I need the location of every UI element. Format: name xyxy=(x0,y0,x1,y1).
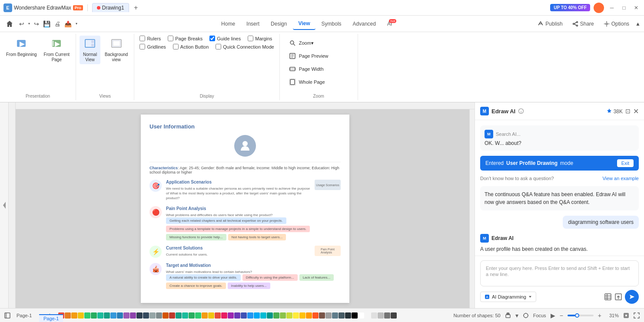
color-swatch[interactable] xyxy=(215,312,221,319)
ribbon-collapse-button[interactable]: ▲ xyxy=(635,21,641,27)
page-preview-button[interactable]: Page Preview xyxy=(285,50,352,62)
color-swatch[interactable] xyxy=(156,312,162,319)
color-swatch[interactable] xyxy=(267,312,273,319)
tab-home[interactable]: Home xyxy=(216,18,240,30)
color-swatch[interactable] xyxy=(195,312,201,319)
redo-button[interactable]: ↪ xyxy=(32,19,41,29)
color-swatch[interactable] xyxy=(260,312,266,319)
color-swatch[interactable] xyxy=(391,312,397,319)
focus-button[interactable] xyxy=(523,312,529,319)
ai-expand-button[interactable]: ⊡ xyxy=(625,108,631,115)
ai-close-button[interactable]: ✕ xyxy=(633,107,639,115)
color-swatch[interactable] xyxy=(123,312,129,319)
left-panel-toggle[interactable] xyxy=(0,102,9,308)
color-swatch[interactable] xyxy=(71,312,77,319)
action-button-input[interactable] xyxy=(173,44,179,49)
color-swatch[interactable] xyxy=(110,312,116,319)
fit-page-button[interactable] xyxy=(623,312,629,319)
ai-mode-select[interactable]: A AI Diagramming xyxy=(480,292,536,302)
publish-button[interactable]: Publish xyxy=(534,19,566,29)
user-avatar[interactable] xyxy=(594,3,604,13)
layers-button[interactable] xyxy=(505,312,511,319)
zoom-slider-handle[interactable] xyxy=(575,313,579,318)
color-swatch[interactable] xyxy=(189,312,195,319)
tab-advanced[interactable]: Advanced xyxy=(348,18,381,30)
color-swatch[interactable] xyxy=(143,312,149,319)
active-page-indicator[interactable]: Page-1 xyxy=(39,314,63,322)
color-swatch[interactable] xyxy=(384,312,390,319)
color-swatch[interactable] xyxy=(299,312,305,319)
color-swatch[interactable] xyxy=(182,312,188,319)
margins-input[interactable] xyxy=(248,36,253,41)
page-breaks-checkbox[interactable]: Page Breaks xyxy=(168,36,202,41)
color-swatch[interactable] xyxy=(273,312,279,319)
color-swatch[interactable] xyxy=(84,312,90,319)
color-swatch[interactable] xyxy=(91,312,97,319)
color-swatch[interactable] xyxy=(365,312,371,319)
ai-upload-button[interactable] xyxy=(614,293,622,301)
tab-symbols[interactable]: Symbols xyxy=(316,18,347,30)
color-swatch[interactable] xyxy=(221,312,227,319)
background-view-button[interactable]: Backgroundview xyxy=(102,36,130,64)
color-swatch[interactable] xyxy=(202,312,208,319)
color-swatch[interactable] xyxy=(176,312,182,319)
page-settings-button[interactable] xyxy=(4,312,10,319)
options-button[interactable]: Options xyxy=(600,19,633,29)
export-button[interactable]: 📤 xyxy=(63,19,73,29)
color-swatch[interactable] xyxy=(208,312,214,319)
promo-badge[interactable]: UP TO 40% OFF xyxy=(550,4,590,11)
drawing-tab[interactable]: Drawing1 xyxy=(92,3,129,12)
color-swatch[interactable] xyxy=(65,312,71,319)
color-swatch[interactable] xyxy=(104,312,110,319)
settings-button[interactable]: ▾ xyxy=(515,312,518,319)
fullscreen-button[interactable] xyxy=(634,312,640,319)
tab-design[interactable]: Design xyxy=(266,18,292,30)
color-swatch[interactable] xyxy=(254,312,260,319)
color-swatch[interactable] xyxy=(339,312,345,319)
margins-checkbox[interactable]: Margins xyxy=(248,36,272,41)
color-swatch[interactable] xyxy=(149,312,156,319)
page-width-button[interactable]: Page Width xyxy=(285,63,352,75)
from-beginning-button[interactable]: From Beginning xyxy=(3,36,40,59)
quick-connection-input[interactable] xyxy=(216,44,221,49)
save-button[interactable]: 💾 xyxy=(41,19,52,29)
vertical-scrollbar[interactable] xyxy=(469,109,475,308)
maximize-button[interactable]: □ xyxy=(620,3,628,12)
from-current-button[interactable]: From Current Page xyxy=(41,36,72,64)
color-swatch[interactable] xyxy=(312,312,319,319)
color-swatch[interactable] xyxy=(319,312,325,319)
tab-insert[interactable]: Insert xyxy=(241,18,265,30)
color-swatch[interactable] xyxy=(371,312,377,319)
ai-messages[interactable]: M Search AI... OK. W... about? Entered U… xyxy=(475,120,644,256)
color-swatch[interactable] xyxy=(358,312,364,319)
color-swatch[interactable] xyxy=(234,312,240,319)
color-swatch[interactable] xyxy=(169,312,175,319)
new-tab-button[interactable]: + xyxy=(132,3,140,12)
color-swatch[interactable] xyxy=(241,312,247,319)
view-example-link[interactable]: View an example xyxy=(602,176,639,181)
gridlines-input[interactable] xyxy=(139,44,145,49)
ai-info-icon[interactable]: i xyxy=(518,108,524,114)
zoom-slider[interactable] xyxy=(568,315,594,316)
color-swatch[interactable] xyxy=(136,312,143,319)
color-swatch[interactable] xyxy=(163,312,169,319)
zoom-in-button[interactable]: + xyxy=(598,312,601,319)
tab-ai[interactable]: AI hot xyxy=(382,18,397,30)
color-swatch[interactable] xyxy=(130,312,136,319)
home-button[interactable] xyxy=(3,18,16,30)
gridlines-checkbox[interactable]: Gridlines xyxy=(139,44,166,49)
normal-view-button[interactable]: NormalView xyxy=(80,36,100,64)
print-button[interactable]: 🖨 xyxy=(53,19,62,29)
guide-lines-input[interactable] xyxy=(209,36,215,41)
color-swatch[interactable] xyxy=(247,312,253,319)
color-swatch[interactable] xyxy=(332,312,338,319)
action-button-checkbox[interactable]: Action Button xyxy=(173,44,209,49)
undo-button[interactable]: ↩ xyxy=(17,19,26,29)
canvas-content[interactable]: User Information Characteristics: Age: 2… xyxy=(9,102,475,308)
undo-dropdown[interactable]: ▾ xyxy=(27,20,32,27)
color-swatch[interactable] xyxy=(325,312,332,319)
export-dropdown[interactable]: ▾ xyxy=(74,20,79,27)
guide-lines-checkbox[interactable]: Guide lines xyxy=(209,36,241,41)
color-swatch[interactable] xyxy=(280,312,286,319)
whole-page-button[interactable]: Whole Page xyxy=(285,76,352,88)
